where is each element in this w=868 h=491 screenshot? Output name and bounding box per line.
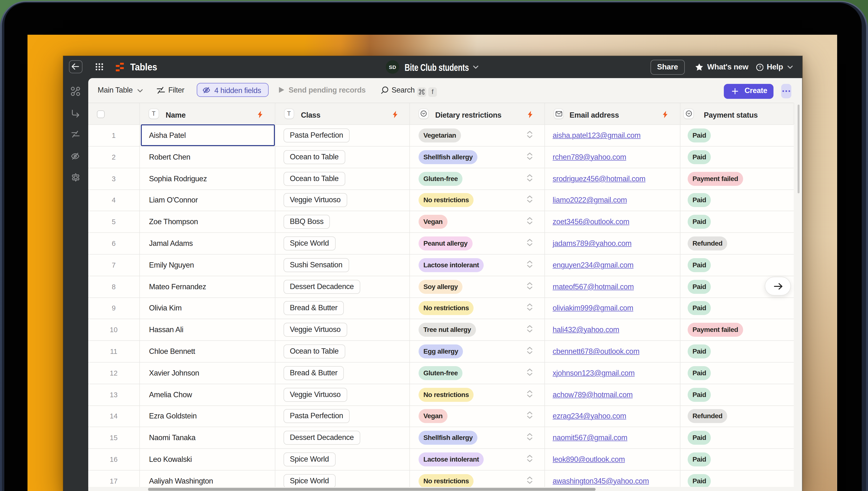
- svg-text:?: ?: [758, 65, 761, 70]
